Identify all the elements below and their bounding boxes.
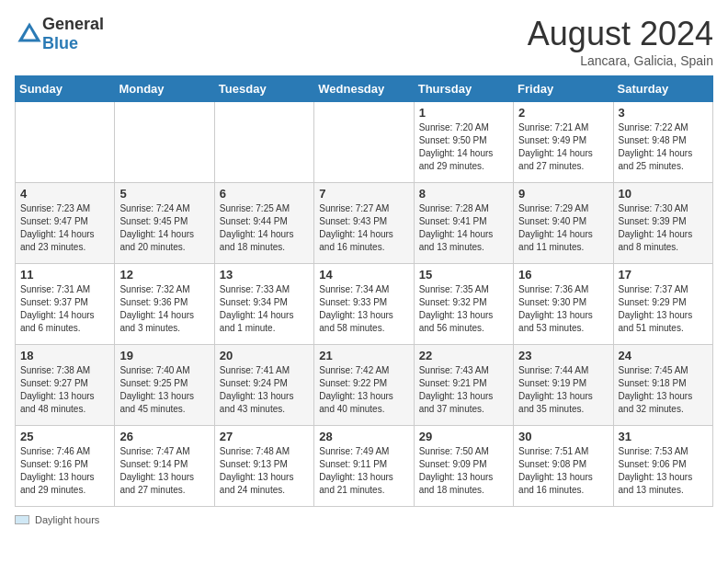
calendar-cell: 8Sunrise: 7:28 AM Sunset: 9:41 PM Daylig…: [414, 183, 513, 264]
calendar-cell: [16, 102, 115, 183]
day-info: Sunrise: 7:46 AM Sunset: 9:16 PM Dayligh…: [20, 445, 109, 497]
day-number: 10: [619, 187, 708, 201]
calendar-cell: 19Sunrise: 7:40 AM Sunset: 9:25 PM Dayli…: [115, 345, 214, 426]
day-number: 4: [20, 187, 109, 201]
calendar-table: SundayMondayTuesdayWednesdayThursdayFrid…: [15, 75, 713, 507]
day-number: 17: [619, 268, 708, 282]
day-number: 22: [419, 349, 508, 362]
col-header-tuesday: Tuesday: [214, 76, 313, 102]
calendar-cell: [115, 102, 214, 183]
day-info: Sunrise: 7:32 AM Sunset: 9:36 PM Dayligh…: [119, 283, 209, 335]
calendar-cell: 22Sunrise: 7:43 AM Sunset: 9:21 PM Dayli…: [414, 345, 513, 426]
calendar-cell: 17Sunrise: 7:37 AM Sunset: 9:29 PM Dayli…: [613, 264, 712, 345]
day-number: 2: [518, 106, 608, 120]
day-info: Sunrise: 7:25 AM Sunset: 9:44 PM Dayligh…: [220, 202, 309, 254]
calendar-cell: 18Sunrise: 7:38 AM Sunset: 9:27 PM Dayli…: [16, 345, 115, 426]
calendar-week-1: 1Sunrise: 7:20 AM Sunset: 9:50 PM Daylig…: [16, 102, 713, 183]
day-info: Sunrise: 7:41 AM Sunset: 9:24 PM Dayligh…: [220, 364, 309, 416]
day-info: Sunrise: 7:49 AM Sunset: 9:11 PM Dayligh…: [319, 445, 408, 497]
day-info: Sunrise: 7:22 AM Sunset: 9:48 PM Dayligh…: [619, 121, 708, 173]
col-header-sunday: Sunday: [16, 76, 115, 102]
calendar-cell: 16Sunrise: 7:36 AM Sunset: 9:30 PM Dayli…: [514, 264, 613, 345]
day-number: 1: [419, 106, 508, 120]
logo: General Blue: [15, 15, 104, 53]
daylight-legend-box: [15, 515, 29, 524]
calendar-week-4: 18Sunrise: 7:38 AM Sunset: 9:27 PM Dayli…: [16, 345, 713, 426]
calendar-cell: 4Sunrise: 7:23 AM Sunset: 9:47 PM Daylig…: [16, 183, 115, 264]
col-header-saturday: Saturday: [613, 76, 712, 102]
day-info: Sunrise: 7:35 AM Sunset: 9:32 PM Dayligh…: [419, 283, 508, 335]
calendar-cell: 12Sunrise: 7:32 AM Sunset: 9:36 PM Dayli…: [115, 264, 214, 345]
day-number: 15: [419, 268, 508, 282]
day-info: Sunrise: 7:38 AM Sunset: 9:27 PM Dayligh…: [20, 364, 109, 416]
day-info: Sunrise: 7:31 AM Sunset: 9:37 PM Dayligh…: [20, 283, 109, 335]
calendar-cell: 29Sunrise: 7:50 AM Sunset: 9:09 PM Dayli…: [414, 426, 513, 507]
calendar-cell: [314, 102, 414, 183]
col-header-wednesday: Wednesday: [314, 76, 414, 102]
calendar-cell: 2Sunrise: 7:21 AM Sunset: 9:49 PM Daylig…: [514, 102, 613, 183]
calendar-week-5: 25Sunrise: 7:46 AM Sunset: 9:16 PM Dayli…: [16, 426, 713, 507]
day-info: Sunrise: 7:43 AM Sunset: 9:21 PM Dayligh…: [419, 364, 508, 416]
day-number: 31: [619, 430, 708, 443]
calendar-cell: 3Sunrise: 7:22 AM Sunset: 9:48 PM Daylig…: [613, 102, 712, 183]
day-number: 18: [20, 349, 109, 362]
day-number: 29: [419, 430, 508, 443]
calendar-cell: 27Sunrise: 7:48 AM Sunset: 9:13 PM Dayli…: [214, 426, 313, 507]
day-info: Sunrise: 7:50 AM Sunset: 9:09 PM Dayligh…: [419, 445, 508, 497]
day-number: 3: [619, 106, 708, 120]
day-info: Sunrise: 7:53 AM Sunset: 9:06 PM Dayligh…: [619, 445, 708, 497]
day-number: 6: [220, 187, 309, 201]
day-info: Sunrise: 7:28 AM Sunset: 9:41 PM Dayligh…: [419, 202, 508, 254]
day-number: 24: [619, 349, 708, 362]
day-info: Sunrise: 7:33 AM Sunset: 9:34 PM Dayligh…: [220, 283, 309, 335]
day-info: Sunrise: 7:27 AM Sunset: 9:43 PM Dayligh…: [319, 202, 408, 254]
calendar-cell: 30Sunrise: 7:51 AM Sunset: 9:08 PM Dayli…: [514, 426, 613, 507]
day-number: 8: [419, 187, 508, 201]
day-info: Sunrise: 7:21 AM Sunset: 9:49 PM Dayligh…: [518, 121, 608, 173]
location-subtitle: Lancara, Galicia, Spain: [528, 53, 713, 68]
calendar-cell: [214, 102, 313, 183]
calendar-cell: 28Sunrise: 7:49 AM Sunset: 9:11 PM Dayli…: [314, 426, 414, 507]
day-info: Sunrise: 7:44 AM Sunset: 9:19 PM Dayligh…: [518, 364, 608, 416]
day-number: 12: [119, 268, 209, 282]
day-number: 23: [518, 349, 608, 362]
day-number: 21: [319, 349, 408, 362]
calendar-cell: 21Sunrise: 7:42 AM Sunset: 9:22 PM Dayli…: [314, 345, 414, 426]
calendar-cell: 23Sunrise: 7:44 AM Sunset: 9:19 PM Dayli…: [514, 345, 613, 426]
calendar-cell: 26Sunrise: 7:47 AM Sunset: 9:14 PM Dayli…: [115, 426, 214, 507]
day-info: Sunrise: 7:47 AM Sunset: 9:14 PM Dayligh…: [119, 445, 209, 497]
calendar-cell: 11Sunrise: 7:31 AM Sunset: 9:37 PM Dayli…: [16, 264, 115, 345]
calendar-cell: 20Sunrise: 7:41 AM Sunset: 9:24 PM Dayli…: [214, 345, 313, 426]
calendar-header: SundayMondayTuesdayWednesdayThursdayFrid…: [16, 76, 713, 102]
calendar-cell: 6Sunrise: 7:25 AM Sunset: 9:44 PM Daylig…: [214, 183, 313, 264]
day-info: Sunrise: 7:40 AM Sunset: 9:25 PM Dayligh…: [119, 364, 209, 416]
day-number: 5: [119, 187, 209, 201]
day-number: 13: [220, 268, 309, 282]
day-info: Sunrise: 7:29 AM Sunset: 9:40 PM Dayligh…: [518, 202, 608, 254]
title-section: August 2024 Lancara, Galicia, Spain: [528, 15, 713, 68]
col-header-monday: Monday: [115, 76, 214, 102]
day-number: 19: [119, 349, 209, 362]
day-info: Sunrise: 7:34 AM Sunset: 9:33 PM Dayligh…: [319, 283, 408, 335]
day-number: 26: [119, 430, 209, 443]
calendar-cell: 24Sunrise: 7:45 AM Sunset: 9:18 PM Dayli…: [613, 345, 712, 426]
day-info: Sunrise: 7:24 AM Sunset: 9:45 PM Dayligh…: [119, 202, 209, 254]
col-header-friday: Friday: [514, 76, 613, 102]
page-header: General Blue August 2024 Lancara, Galici…: [15, 15, 713, 68]
day-number: 11: [20, 268, 109, 282]
day-info: Sunrise: 7:48 AM Sunset: 9:13 PM Dayligh…: [220, 445, 309, 497]
day-info: Sunrise: 7:30 AM Sunset: 9:39 PM Dayligh…: [619, 202, 708, 254]
col-header-thursday: Thursday: [414, 76, 513, 102]
day-number: 7: [319, 187, 408, 201]
day-number: 14: [319, 268, 408, 282]
day-number: 20: [220, 349, 309, 362]
day-info: Sunrise: 7:20 AM Sunset: 9:50 PM Dayligh…: [419, 121, 508, 173]
day-info: Sunrise: 7:51 AM Sunset: 9:08 PM Dayligh…: [518, 445, 608, 497]
footer: Daylight hours: [15, 514, 713, 525]
day-number: 28: [319, 430, 408, 443]
calendar-week-2: 4Sunrise: 7:23 AM Sunset: 9:47 PM Daylig…: [16, 183, 713, 264]
day-number: 9: [518, 187, 608, 201]
daylight-legend-label: Daylight hours: [35, 514, 99, 525]
month-title: August 2024: [528, 15, 713, 53]
day-info: Sunrise: 7:23 AM Sunset: 9:47 PM Dayligh…: [20, 202, 109, 254]
